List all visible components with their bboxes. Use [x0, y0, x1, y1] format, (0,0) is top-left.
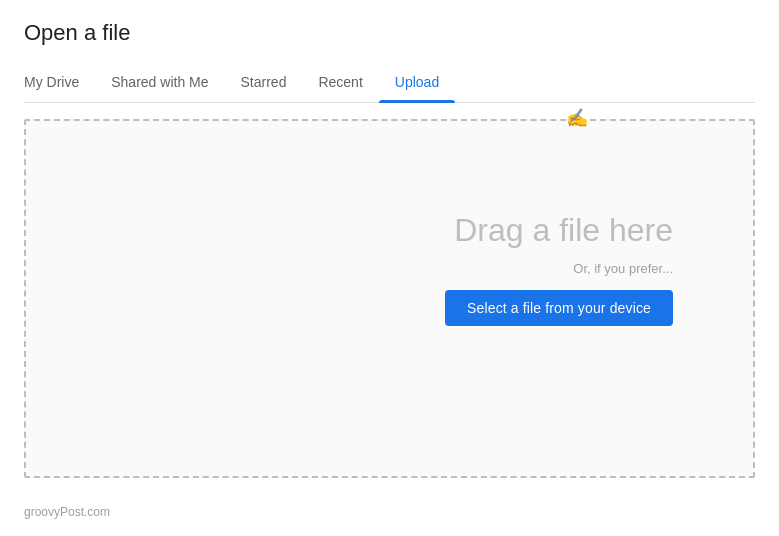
dialog-title: Open a file: [24, 20, 755, 46]
tab-recent[interactable]: Recent: [302, 62, 378, 102]
tab-upload[interactable]: Upload: [379, 62, 455, 102]
tab-starred[interactable]: Starred: [225, 62, 303, 102]
open-file-dialog: Open a file My Drive Shared with Me Star…: [0, 0, 779, 536]
footer-text: groovyPost.com: [24, 505, 110, 519]
drag-text: Drag a file here: [454, 212, 673, 249]
tab-my-drive[interactable]: My Drive: [24, 62, 95, 102]
dialog-content: Drag a file here Or, if you prefer... Se…: [0, 103, 779, 494]
tabs-bar: My Drive Shared with Me Starred Recent U…: [24, 62, 755, 103]
select-file-button[interactable]: Select a file from your device: [445, 290, 673, 326]
dialog-footer: groovyPost.com: [0, 494, 779, 536]
dialog-header: Open a file My Drive Shared with Me Star…: [0, 0, 779, 103]
tab-shared-with-me[interactable]: Shared with Me: [95, 62, 224, 102]
or-text: Or, if you prefer...: [573, 261, 673, 276]
drop-zone[interactable]: Drag a file here Or, if you prefer... Se…: [24, 119, 755, 478]
